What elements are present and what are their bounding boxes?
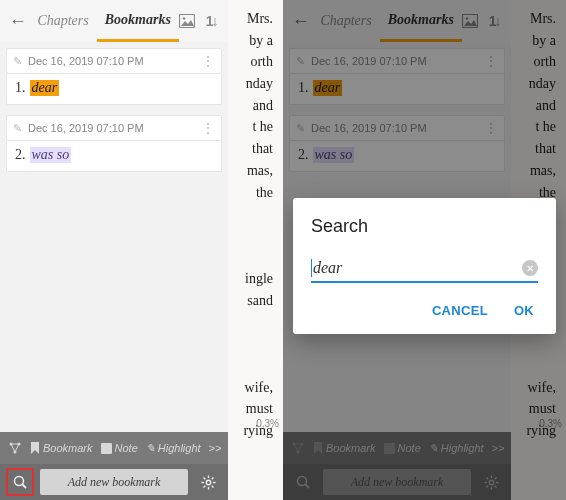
dialog-title: Search [311, 216, 538, 237]
svg-line-14 [211, 485, 213, 487]
svg-point-8 [206, 480, 210, 484]
reader-strip: Mrs. by a orth nday and t he that mas, t… [228, 0, 283, 500]
highlight-text: was so [30, 147, 72, 163]
sort-icon[interactable]: 1↓ [200, 13, 222, 29]
bookmark-item[interactable]: 2. was so [6, 141, 222, 172]
ok-button[interactable]: OK [514, 303, 534, 318]
bookmark-header[interactable]: ✎ Dec 16, 2019 07:10 PM ⋮ [6, 115, 222, 141]
pencil-icon: ✎ [13, 122, 22, 135]
image-icon[interactable] [179, 14, 201, 28]
svg-line-16 [203, 485, 205, 487]
search-input[interactable]: dear ✕ [311, 259, 538, 283]
settings-button[interactable] [194, 468, 222, 496]
bookmarks-list: ✎ Dec 16, 2019 07:10 PM ⋮ 1. dear ✎ Dec … [0, 42, 228, 432]
progress-percent: 0.3% [256, 418, 279, 429]
more-tools[interactable]: >> [209, 442, 222, 454]
tab-bookmarks[interactable]: Bookmarks [97, 0, 179, 42]
more-icon[interactable]: ⋮ [201, 120, 215, 136]
highlight-text: dear [30, 80, 60, 96]
cancel-button[interactable]: CANCEL [432, 303, 488, 318]
search-input-value: dear [313, 259, 342, 277]
bookmark-number: 1. [15, 80, 26, 96]
svg-point-1 [183, 17, 186, 20]
bookmark-date: Dec 16, 2019 07:10 PM [28, 55, 144, 67]
svg-line-15 [211, 477, 213, 479]
bookmark-date: Dec 16, 2019 07:10 PM [28, 122, 144, 134]
pencil-icon: ✎ [146, 442, 155, 455]
bookmark-item[interactable]: 1. dear [6, 74, 222, 105]
clear-icon[interactable]: ✕ [522, 260, 538, 276]
svg-line-7 [23, 485, 27, 489]
graph-icon[interactable] [8, 441, 22, 455]
search-dialog: Search dear ✕ CANCEL OK [293, 198, 556, 334]
annotation-toolbar: Bookmark Note ✎ Highlight >> [0, 432, 228, 464]
tabs-row: ← Chapters Bookmarks 1↓ [0, 0, 228, 42]
back-icon[interactable]: ← [6, 11, 29, 32]
bottom-bar: Add new bookmark [0, 464, 228, 500]
note-tool[interactable]: Note [101, 442, 138, 454]
bookmark-number: 2. [15, 147, 26, 163]
highlight-tool[interactable]: ✎ Highlight [146, 442, 201, 455]
svg-line-13 [203, 477, 205, 479]
add-bookmark-button[interactable]: Add new bookmark [40, 469, 188, 495]
bookmark-tool[interactable]: Bookmark [30, 442, 93, 454]
pencil-icon: ✎ [13, 55, 22, 68]
bookmarks-panel: ← Chapters Bookmarks 1↓ ✎ Dec 16, 2019 0… [0, 0, 228, 500]
svg-point-6 [15, 477, 24, 486]
search-button[interactable] [6, 468, 34, 496]
more-icon[interactable]: ⋮ [201, 53, 215, 69]
svg-rect-5 [101, 443, 112, 454]
bookmark-header[interactable]: ✎ Dec 16, 2019 07:10 PM ⋮ [6, 48, 222, 74]
tab-chapters[interactable]: Chapters [29, 0, 96, 42]
